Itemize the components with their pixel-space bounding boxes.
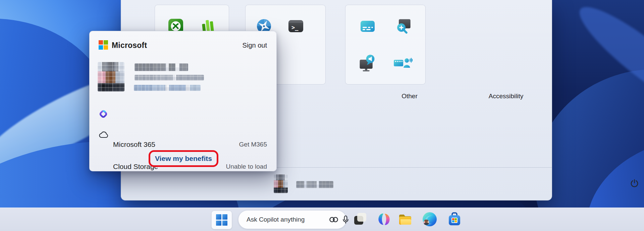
account-flyout: Microsoft Sign out Microsoft 365 Get M36…	[89, 31, 277, 171]
narrator-icon[interactable]	[358, 54, 376, 72]
microsoft-365-icon	[99, 109, 108, 119]
copilot-goggles-icon[interactable]	[329, 215, 339, 224]
start-menu-user-chip[interactable]	[269, 171, 342, 196]
voice-access-icon[interactable]	[393, 55, 413, 70]
cloud-icon	[99, 131, 109, 139]
account-email-redacted	[135, 75, 204, 80]
microphone-icon[interactable]	[342, 215, 349, 224]
microsoft-logo-icon	[99, 40, 108, 50]
copilot-icon[interactable]	[376, 211, 392, 227]
svg-text:>_: >_	[291, 24, 299, 31]
get-m365-link[interactable]: Get M365	[239, 140, 267, 149]
desktop: >_	[0, 0, 644, 231]
sign-out-button[interactable]: Sign out	[243, 41, 267, 50]
microsoft-store-icon[interactable]	[446, 211, 463, 227]
taskbar	[0, 208, 644, 231]
microsoft-365-row[interactable]: Microsoft 365	[113, 140, 155, 149]
power-icon	[630, 179, 639, 189]
start-button[interactable]	[211, 211, 232, 229]
edge-icon[interactable]	[422, 211, 438, 227]
user-name-redacted	[296, 181, 333, 188]
account-name-redacted	[135, 63, 188, 71]
live-captions-icon[interactable]	[359, 19, 376, 34]
category-label-accessibility: Accessibility	[477, 93, 535, 101]
flyout-brand-title: Microsoft	[112, 40, 147, 50]
search-input[interactable]	[247, 216, 329, 223]
file-explorer-icon[interactable]	[397, 211, 413, 227]
app-category-tile-accessibility[interactable]	[345, 5, 426, 84]
account-link-redacted	[134, 85, 201, 91]
category-label-other: Other	[386, 93, 433, 101]
windows-logo-icon	[216, 214, 227, 226]
user-avatar-redacted	[274, 174, 288, 193]
cloud-status-text: Unable to load	[226, 162, 267, 171]
annotation-highlight-box	[149, 150, 218, 167]
terminal-icon[interactable]: >_	[288, 18, 304, 34]
power-button[interactable]	[626, 175, 643, 192]
magnifier-icon[interactable]	[394, 18, 412, 35]
account-avatar-redacted	[98, 62, 124, 92]
taskbar-search[interactable]	[238, 210, 346, 229]
task-view-icon[interactable]	[353, 211, 369, 227]
